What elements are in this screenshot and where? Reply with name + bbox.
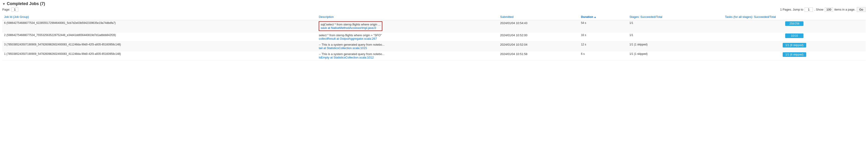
table-row: 2 (598642754688077534_755532563522875244… bbox=[2, 32, 866, 42]
table-header-row: Job Id (Job Group) Description Submitted… bbox=[2, 14, 866, 20]
desc-link[interactable]: save at NativeMethodAccessorImpl.java:0 bbox=[320, 26, 376, 30]
desc-line1: -- This is a system generated query from… bbox=[319, 52, 496, 56]
table-row: 3 (7850385243507190909_54782609826024930… bbox=[2, 42, 866, 51]
desc-link[interactable]: isEmpty at StatisticsCollection.scala:10… bbox=[319, 56, 374, 59]
description-cell: select * from sternp.flights where origi… bbox=[317, 32, 498, 42]
duration-cell: 12 s bbox=[579, 42, 627, 51]
tasks-cell: 1/1 (8 skipped) bbox=[723, 42, 866, 51]
desc-line1: sql('select * from sternp.flights where … bbox=[320, 23, 380, 26]
jobs-table: Job Id (Job Group) Description Submitted… bbox=[2, 14, 866, 60]
page-row: Page: 1 Pages. Jump to . Show items in a… bbox=[2, 7, 866, 12]
tasks-badge: 1/1 (8 skipped) bbox=[783, 52, 806, 57]
duration-cell: 6 s bbox=[579, 51, 627, 60]
go-button[interactable]: Go bbox=[857, 7, 866, 12]
duration-cell: 16 s bbox=[579, 32, 627, 42]
col-tasks: Tasks (for all stages): Succeeded/Total bbox=[723, 14, 866, 20]
items-label: items in a page. bbox=[834, 8, 856, 11]
col-job-id: Job Id (Job Group) bbox=[2, 14, 317, 20]
title-row: ▼ Completed Jobs (7) bbox=[2, 1, 866, 6]
jump-to-input[interactable] bbox=[805, 7, 813, 12]
tasks-cell: 10/10 bbox=[723, 32, 866, 42]
desc-line1: select * from sternp.flights where origi… bbox=[319, 33, 496, 37]
submitted-cell: 2024/01/04 10:54:43 bbox=[498, 20, 579, 32]
page-input[interactable] bbox=[11, 7, 18, 12]
show-label: . Show bbox=[814, 8, 824, 11]
desc-link[interactable]: collectResult at OutputAggregator.scala:… bbox=[319, 37, 377, 40]
submitted-cell: 2024/01/04 10:52:00 bbox=[498, 32, 579, 42]
col-duration: Duration ▴ bbox=[579, 14, 627, 20]
job-id-cell: 2 (598642754688077534_755532563522875244… bbox=[2, 32, 317, 42]
stages-cell: 1/1 (1 skipped) bbox=[627, 42, 723, 51]
sort-arrow-icon: ▴ bbox=[594, 16, 596, 18]
duration-cell: 54 s bbox=[579, 20, 627, 32]
page-title: Completed Jobs (7) bbox=[7, 1, 45, 6]
show-input[interactable] bbox=[825, 7, 833, 12]
desc-line1: -- This is a system generated query from… bbox=[319, 43, 496, 46]
tasks-cell: 1/1 (8 skipped) bbox=[723, 51, 866, 60]
stages-cell: 1/1 bbox=[627, 20, 723, 32]
col-submitted: Submitted bbox=[498, 14, 579, 20]
tasks-badge: 258/258 bbox=[785, 21, 804, 26]
desc-link[interactable]: tail at StatisticsCollection.scala:1015 bbox=[319, 46, 367, 50]
page-label: Page: bbox=[2, 8, 10, 11]
table-row: 6 (598642754688077534_622855517299464008… bbox=[2, 20, 866, 32]
highlighted-description: sql('select * from sternp.flights where … bbox=[319, 21, 382, 31]
description-cell: -- This is a system generated query from… bbox=[317, 51, 498, 60]
description-cell: sql('select * from sternp.flights where … bbox=[317, 20, 498, 32]
tasks-badge: 10/10 bbox=[785, 33, 804, 38]
tasks-cell: 258/258 bbox=[723, 20, 866, 32]
stages-cell: 1/1 (1 skipped) bbox=[627, 51, 723, 60]
col-stages: Stages: Succeeded/Total bbox=[627, 14, 723, 20]
table-row: 1 (7850385243507190909_54782609826024930… bbox=[2, 51, 866, 60]
submitted-cell: 2024/01/04 10:51:58 bbox=[498, 51, 579, 60]
col-description: Description bbox=[317, 14, 498, 20]
submitted-cell: 2024/01/04 10:52:04 bbox=[498, 42, 579, 51]
tasks-badge: 1/1 (8 skipped) bbox=[783, 43, 806, 48]
description-cell: -- This is a system generated query from… bbox=[317, 42, 498, 51]
toggle-icon[interactable]: ▼ bbox=[2, 2, 5, 6]
stages-cell: 1/1 bbox=[627, 32, 723, 42]
pagination-right: 1 Pages. Jump to . Show items in a page.… bbox=[780, 7, 866, 12]
job-id-cell: 3 (7850385243507190909_54782609826024930… bbox=[2, 42, 317, 51]
job-id-cell: 1 (7850385243507190909_54782609826024930… bbox=[2, 51, 317, 60]
job-id-cell: 6 (598642754688077534_622855517299464008… bbox=[2, 20, 317, 32]
pages-info: 1 Pages. Jump to bbox=[780, 8, 803, 11]
